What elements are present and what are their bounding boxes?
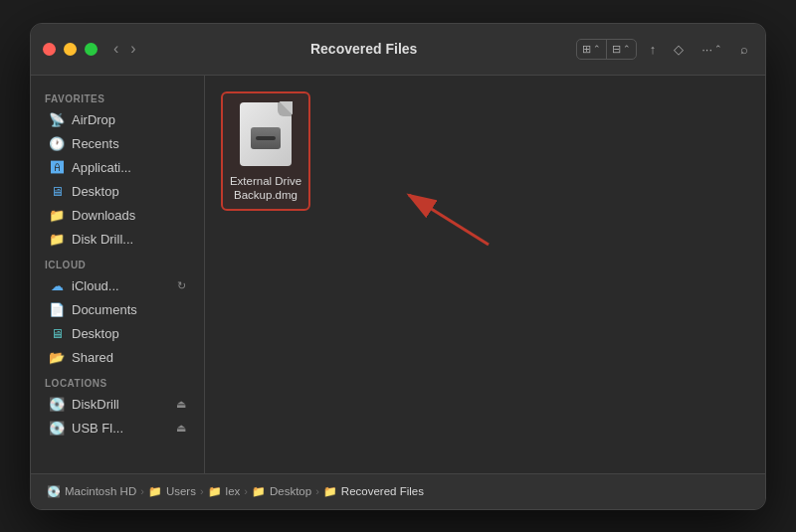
breadcrumb-bar: 💽 Macintosh HD › 📁 Users › 📁 lex › 📁 Des… — [31, 473, 765, 509]
diskdrill-loc-icon: 💽 — [49, 397, 65, 413]
search-icon: ⌕ — [740, 42, 748, 57]
breadcrumb-label: Macintosh HD — [65, 485, 136, 497]
file-icon — [236, 99, 296, 169]
sidebar-item-label: Desktop — [72, 326, 119, 341]
finder-window: ‹ › Recovered Files ⊞ ⌃ ⊟ ⌃ ↑ ◇ — [30, 23, 766, 510]
sidebar-item-label: Applicati... — [72, 160, 131, 175]
list-view-icon: ⊟ — [612, 43, 621, 56]
recents-icon: 🕐 — [49, 136, 65, 152]
grid-view-chevron: ⌃ — [593, 44, 601, 54]
svg-line-1 — [409, 195, 489, 245]
file-item-dmg[interactable]: External Drive Backup.dmg — [221, 91, 310, 212]
sidebar-item-desktop[interactable]: 🖥 Desktop — [35, 180, 200, 204]
downloads-folder-icon: 📁 — [49, 208, 65, 224]
sidebar-item-shared[interactable]: 📂 Shared — [35, 346, 200, 370]
breadcrumb-sep-3: › — [244, 485, 248, 497]
locations-section-label: Locations — [31, 370, 204, 393]
minimize-button[interactable] — [64, 43, 77, 56]
breadcrumb-recovered-files[interactable]: 📁 Recovered Files — [323, 485, 424, 498]
sidebar-item-label: Desktop — [72, 184, 119, 199]
sidebar-item-applications[interactable]: 🅰 Applicati... — [35, 156, 200, 180]
breadcrumb-sep-1: › — [140, 485, 144, 497]
sidebar-item-documents[interactable]: 📄 Documents — [35, 298, 200, 322]
more-chevron: ⌃ — [714, 44, 722, 54]
sidebar-item-label: Disk Drill... — [72, 232, 133, 247]
sidebar-item-label: USB Fl... — [72, 421, 123, 436]
sidebar-item-label: Downloads — [72, 208, 135, 223]
sidebar-item-icloud-drive[interactable]: ☁ iCloud... ↻ — [35, 274, 200, 298]
toolbar-right: ⊞ ⌃ ⊟ ⌃ ↑ ◇ ··· ⌃ ⌕ — [576, 39, 753, 60]
file-icon-corner — [278, 102, 292, 116]
forward-button[interactable]: › — [126, 38, 139, 60]
breadcrumb-users[interactable]: 📁 Users — [148, 485, 196, 498]
breadcrumb-label: Users — [166, 485, 196, 497]
folder-icon: 📁 — [148, 485, 162, 498]
sidebar-item-label: AirDrop — [72, 112, 115, 127]
sidebar-item-airdrop[interactable]: 📡 AirDrop — [35, 108, 200, 132]
back-button[interactable]: ‹ — [109, 38, 122, 60]
sidebar-item-label: DiskDrill — [72, 397, 119, 412]
sidebar-item-diskdrill[interactable]: 📁 Disk Drill... — [35, 228, 200, 252]
sidebar-item-usb[interactable]: 💽 USB Fl... ⏏ — [35, 417, 200, 441]
breadcrumb-label: lex — [226, 485, 241, 497]
diskdrill-icon: 📁 — [49, 232, 65, 248]
desktop-icon: 🖥 — [49, 184, 65, 200]
eject-icon[interactable]: ⏏ — [176, 398, 186, 411]
icloud-drive-icon: ☁ — [49, 278, 65, 294]
breadcrumb-sep-2: › — [200, 485, 204, 497]
hd-icon: 💽 — [47, 485, 61, 498]
breadcrumb-label: Recovered Files — [341, 485, 424, 497]
sidebar-item-label: Shared — [72, 350, 113, 365]
grid-view-button[interactable]: ⊞ ⌃ — [577, 40, 607, 59]
sidebar-item-diskdrill-loc[interactable]: 💽 DiskDrill ⏏ — [35, 393, 200, 417]
usb-icon: 💽 — [49, 421, 65, 437]
sidebar-item-downloads[interactable]: 📁 Downloads — [35, 204, 200, 228]
file-name: External Drive Backup.dmg — [230, 174, 301, 204]
sidebar-item-label: Documents — [72, 302, 137, 317]
more-icon: ··· — [701, 42, 712, 57]
shared-icon: 📂 — [49, 350, 65, 366]
file-area: External Drive Backup.dmg — [205, 76, 765, 473]
traffic-lights — [43, 43, 98, 56]
close-button[interactable] — [43, 43, 56, 56]
breadcrumb-label: Desktop — [270, 485, 311, 497]
sidebar-item-desktop-icloud[interactable]: 🖥 Desktop — [35, 322, 200, 346]
folder-icon: 📁 — [208, 485, 222, 498]
breadcrumb-desktop[interactable]: 📁 Desktop — [252, 485, 311, 498]
airdrop-icon: 📡 — [49, 112, 65, 128]
file-icon-drive-graphic — [251, 127, 281, 149]
maximize-button[interactable] — [85, 43, 98, 56]
icloud-section-label: iCloud — [31, 252, 204, 274]
search-button[interactable]: ⌕ — [735, 39, 753, 60]
view-switcher: ⊞ ⌃ ⊟ ⌃ — [576, 39, 637, 60]
sidebar-item-label: iCloud... — [72, 278, 119, 293]
titlebar: ‹ › Recovered Files ⊞ ⌃ ⊟ ⌃ ↑ ◇ — [31, 24, 765, 76]
tag-icon: ◇ — [674, 42, 684, 57]
nav-buttons: ‹ › — [109, 38, 140, 60]
window-title: Recovered Files — [152, 41, 576, 57]
folder-icon: 📁 — [252, 485, 266, 498]
share-button[interactable]: ↑ — [645, 39, 662, 60]
list-view-button[interactable]: ⊟ ⌃ — [607, 40, 636, 59]
eject-usb-icon[interactable]: ⏏ — [176, 422, 186, 435]
arrow-svg — [379, 175, 498, 255]
grid-view-icon: ⊞ — [582, 43, 591, 56]
main-content: Favorites 📡 AirDrop 🕐 Recents 🅰 Applicat… — [31, 76, 765, 473]
breadcrumb-lex[interactable]: 📁 lex — [208, 485, 241, 498]
sidebar-item-recents[interactable]: 🕐 Recents — [35, 132, 200, 156]
file-icon-body — [240, 102, 292, 166]
more-button[interactable]: ··· ⌃ — [696, 39, 727, 60]
sidebar-item-label: Recents — [72, 136, 119, 151]
tag-button[interactable]: ◇ — [669, 39, 689, 60]
list-view-chevron: ⌃ — [623, 44, 631, 54]
share-icon: ↑ — [650, 42, 657, 57]
icloud-loading-icon: ↻ — [177, 279, 186, 292]
breadcrumb-macintosh-hd[interactable]: 💽 Macintosh HD — [47, 485, 136, 498]
folder-icon: 📁 — [323, 485, 337, 498]
favorites-section-label: Favorites — [31, 86, 204, 108]
documents-icon: 📄 — [49, 302, 65, 318]
desktop-icloud-icon: 🖥 — [49, 326, 65, 342]
applications-icon: 🅰 — [49, 160, 65, 176]
breadcrumb-sep-4: › — [315, 485, 319, 497]
sidebar: Favorites 📡 AirDrop 🕐 Recents 🅰 Applicat… — [31, 76, 205, 473]
